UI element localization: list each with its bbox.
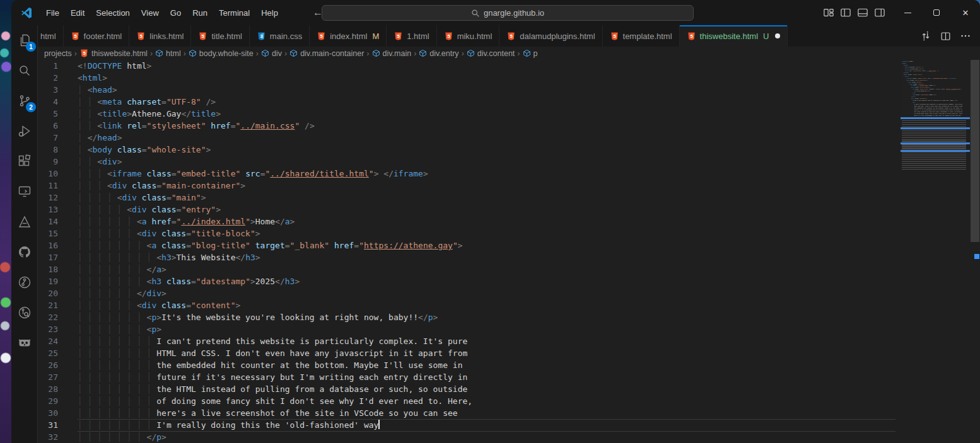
remote-explorer-icon[interactable] [11,176,38,207]
minimize-button[interactable] [893,0,922,25]
godot-tools-icon[interactable] [11,328,38,358]
github-icon[interactable] [11,237,38,267]
commit-search-icon[interactable] [11,297,38,328]
tab-miku-html[interactable]: 5miku.html [437,25,500,47]
tab-label: template.html [623,32,672,41]
menu-terminal[interactable]: Terminal [213,5,255,21]
customize-layout-icon[interactable] [823,8,834,18]
scrollbar[interactable] [970,60,980,443]
menu-run[interactable]: Run [187,5,213,21]
symbol-cube-icon [467,49,475,57]
code-line-8[interactable]: 8│ <body class="whole-site"> [38,144,980,156]
extensions-icon[interactable] [11,146,38,176]
code-line-9[interactable]: 9│ │ <div> [38,156,980,168]
code-line-29[interactable]: 29│ │ │ │ │ │ │ │ of doing some fancy sh… [38,395,980,407]
breadcrumb-separator: › [462,49,464,58]
menu-selection[interactable]: Selection [90,5,135,21]
menu-file[interactable]: File [40,5,65,21]
code-line-31[interactable]: 31│ │ │ │ │ │ │ │ I'm really doing this … [38,419,980,431]
breadcrumb-separator: › [366,49,369,58]
code-line-19[interactable]: 19│ │ │ │ │ │ │ <h3 class="datestamp">20… [38,275,980,287]
code-line-13[interactable]: 13│ │ │ │ │ <div class="entry"> [38,204,980,216]
breadcrumb-item-html[interactable]: html [155,49,181,58]
code-line-15[interactable]: 15│ │ │ │ │ │ <div class="title-block"> [38,227,980,239]
code-line-20[interactable]: 20│ │ │ │ │ │ </div> [38,287,980,299]
tab-1-html[interactable]: 51.html [387,25,436,47]
minimap[interactable]: <!DOCTYPE html><html>│ <head>│ │ <meta c… [901,60,970,443]
breadcrumb-item-projects[interactable]: projects [44,49,72,58]
code-line-32[interactable]: 32│ │ │ │ │ │ │ </p> [38,431,980,443]
breadcrumb-item-div-main[interactable]: div.main [372,49,412,58]
code-line-21[interactable]: 21│ │ │ │ │ │ <div class="content"> [38,299,980,311]
open-changes-icon[interactable] [920,30,931,42]
breadcrumb-item-div-content[interactable]: div.content [467,49,515,58]
menu-go[interactable]: Go [165,5,187,21]
tab-thiswebsite-html[interactable]: 5thiswebsite.htmlU [680,25,788,47]
code-line-17[interactable]: 17│ │ │ │ │ │ │ │ <h3>This Website</h3> [38,251,980,263]
a-extension-icon[interactable] [11,207,38,237]
code-line-27[interactable]: 27│ │ │ │ │ │ │ │ future if it's necessa… [38,371,980,383]
unsaved-dot-icon[interactable] [775,33,780,38]
run-debug-icon[interactable] [11,116,38,146]
code-line-2[interactable]: 2<html> [38,72,980,84]
code-line-4[interactable]: 4│ │ <meta charset="UTF-8" /> [38,96,980,108]
breadcrumb-item-div-entry[interactable]: div.entry [419,49,458,58]
breadcrumb-item-div[interactable]: div [261,49,282,58]
code-line-10[interactable]: 10│ │ │ <iframe class="embed-title" src=… [38,168,980,180]
source-control-icon[interactable]: 2 [11,86,38,116]
toggle-sidebar-icon[interactable] [840,8,851,18]
menu-view[interactable]: View [136,5,165,21]
tab-main-css[interactable]: 3main.css [250,25,310,47]
tab-index-html[interactable]: 5index.htmlM [310,25,387,47]
close-button[interactable]: ✕ [951,0,980,25]
code-line-25[interactable]: 25│ │ │ │ │ │ │ │ HTML and CSS. I don't … [38,347,980,359]
code-line-11[interactable]: 11│ │ │ <div class="main-container"> [38,180,980,192]
code-line-23[interactable]: 23│ │ │ │ │ │ │ <p> [38,323,980,335]
code-line-1[interactable]: 1<!DOCTYPE html> [38,60,980,72]
code-line-5[interactable]: 5│ │ <title>Athene.Gay</title> [38,108,980,120]
split-editor-icon[interactable] [940,31,951,42]
line-number: 15 [38,227,58,239]
menu-edit[interactable]: Edit [65,5,90,21]
code-line-12[interactable]: 12│ │ │ │ <div class="main"> [38,192,980,204]
code-editor[interactable]: 1<!DOCTYPE html>2<html>3│ <head>4│ │ <me… [38,60,980,443]
scrollbar-thumb[interactable] [971,60,979,242]
code-line-18[interactable]: 18│ │ │ │ │ │ │ </a> [38,263,980,275]
code-line-14[interactable]: 14│ │ │ │ │ │ <a href="../index.html">Ho… [38,216,980,227]
code-line-16[interactable]: 16│ │ │ │ │ │ │ <a class="blog-title" ta… [38,239,980,251]
code-line-7[interactable]: 7│ </head> [38,132,980,144]
line-number: 1 [38,60,58,72]
tab-links-html[interactable]: 5links.html [129,25,191,47]
code-line-6[interactable]: 6│ │ <link rel="stylesheet" href="../mai… [38,120,980,132]
code-line-3[interactable]: 3│ <head> [38,84,980,96]
breadcrumb-item-body-whole-site[interactable]: body.whole-site [189,49,254,58]
toggle-panel-icon[interactable] [857,8,868,18]
explorer-icon[interactable]: 1 [11,25,38,55]
breadcrumb-item-div-main-container[interactable]: div.main-container [289,49,364,58]
search-icon[interactable] [11,55,38,86]
tab-footer-html[interactable]: 5footer.html [64,25,130,47]
code-lines: 1<!DOCTYPE html>2<html>3│ <head>4│ │ <me… [38,60,980,443]
commit-graph-icon[interactable] [11,267,38,297]
code-line-24[interactable]: 24│ │ │ │ │ │ │ │ I can't pretend this w… [38,335,980,347]
tab-html[interactable]: html [38,25,64,47]
html-file-icon: 5 [71,32,80,41]
breadcrumb-item-p[interactable]: p [523,49,538,58]
tab-dalamudplugins-html[interactable]: 5dalamudplugins.html [499,25,602,47]
breadcrumb-item-thiswebsite-html[interactable]: 5thiswebsite.html [79,49,148,58]
code-line-28[interactable]: 28│ │ │ │ │ │ │ │ the HTML instead of pu… [38,383,980,395]
svg-text:5: 5 [397,33,400,39]
more-actions-icon[interactable] [960,30,971,42]
command-center[interactable]: gnargle.github.io [322,5,694,21]
toggle-secondary-sidebar-icon[interactable] [874,8,885,18]
menu-help[interactable]: Help [255,5,284,21]
code-line-26[interactable]: 26│ │ │ │ │ │ │ │ the embedded hit count… [38,359,980,371]
maximize-button[interactable] [922,0,951,25]
command-center-label: gnargle.github.io [484,8,544,18]
tab-title-html[interactable]: 5title.html [191,25,249,47]
code-line-22[interactable]: 22│ │ │ │ │ │ │ <p>It's the website you'… [38,311,980,323]
html-file-icon: 5 [506,32,516,41]
code-line-30[interactable]: 30│ │ │ │ │ │ │ │ here's a live screensh… [38,407,980,419]
breadcrumb-label: projects [44,49,72,58]
tab-template-html[interactable]: 5template.html [603,25,680,47]
